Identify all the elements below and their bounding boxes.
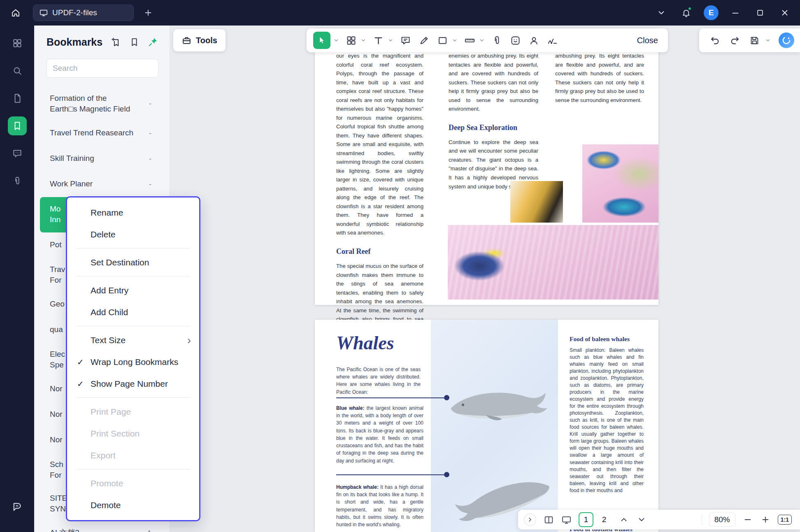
add-bookmark-button[interactable] bbox=[111, 37, 121, 47]
pdf-page-1: our eyes is the magnificent and colorful… bbox=[315, 28, 658, 305]
redo-icon bbox=[729, 35, 740, 46]
bookmark-page-badge: - bbox=[149, 153, 151, 164]
zoom-out-button[interactable] bbox=[742, 514, 753, 525]
select-tool-button[interactable] bbox=[313, 32, 330, 49]
bookmark-item[interactable]: Skill Training- bbox=[34, 146, 170, 172]
redo-button[interactable] bbox=[728, 34, 741, 47]
zoom-level-button[interactable]: 80% bbox=[709, 513, 735, 527]
cursor-icon bbox=[317, 36, 326, 45]
bookmark-page-badge: - bbox=[149, 179, 151, 190]
comments-panel-button[interactable] bbox=[8, 144, 27, 163]
notifications-button[interactable] bbox=[678, 5, 694, 21]
pin-button[interactable] bbox=[148, 37, 158, 47]
menu-item-show-page-number[interactable]: ✓Show Page Number bbox=[67, 373, 199, 395]
zoom-in-button[interactable] bbox=[760, 514, 771, 525]
slideshow-button[interactable] bbox=[561, 514, 572, 525]
menu-item-delete[interactable]: Delete bbox=[67, 223, 199, 245]
tabs-dropdown-button[interactable] bbox=[653, 5, 669, 21]
menu-item-demote[interactable]: Demote bbox=[67, 494, 199, 516]
menu-item-set-destination[interactable]: Set Destination bbox=[67, 251, 199, 273]
menu-item-wrap-long-bookmarks[interactable]: ✓Wrap Long Bookmarks bbox=[67, 351, 199, 373]
home-button[interactable] bbox=[7, 5, 24, 21]
new-tab-button[interactable] bbox=[141, 6, 155, 20]
minimize-button[interactable] bbox=[728, 5, 743, 21]
menu-item-text-size[interactable]: Text Size› bbox=[67, 329, 199, 351]
bookmarks-search-input[interactable] bbox=[47, 59, 158, 78]
shape-tool-button[interactable] bbox=[436, 34, 449, 47]
menu-item-rename[interactable]: Rename bbox=[67, 202, 199, 223]
undo-button[interactable] bbox=[708, 34, 721, 47]
expand-nav-button[interactable] bbox=[524, 513, 536, 526]
chevron-down-icon bbox=[657, 8, 666, 17]
attachment-icon bbox=[491, 35, 502, 46]
pages-panel-button[interactable] bbox=[8, 89, 27, 108]
save-button[interactable] bbox=[748, 34, 761, 47]
bookmark-page-badge: - bbox=[149, 128, 151, 139]
menu-separator bbox=[76, 397, 190, 398]
spread-view-button[interactable] bbox=[543, 514, 554, 525]
clownfish-photo bbox=[510, 181, 563, 223]
maximize-button[interactable] bbox=[752, 5, 768, 21]
page-number-button[interactable]: 1 bbox=[579, 512, 593, 527]
deep-sea-heading: Deep Sea Exploration bbox=[449, 122, 538, 134]
attach-tool-button[interactable] bbox=[490, 34, 503, 47]
monitor-display-icon bbox=[561, 515, 572, 525]
comment-bubble-icon bbox=[400, 35, 411, 46]
ai-assistant-button[interactable] bbox=[779, 33, 794, 48]
stamp-avatar-tool-button[interactable] bbox=[527, 34, 540, 47]
bookmark-item[interactable]: Travel Trend Reasearch- bbox=[34, 121, 170, 146]
bookmark-item[interactable]: Formation of theEarth□s Magnetic Field- bbox=[34, 87, 170, 121]
measure-tool-chevron-icon[interactable] bbox=[479, 37, 485, 43]
bookmark-label: AI 文档3 bbox=[50, 527, 151, 532]
ai-assistant-icon bbox=[781, 35, 791, 45]
menu-item-label: Wrap Long Bookmarks bbox=[91, 357, 178, 367]
next-page-button[interactable] bbox=[636, 514, 647, 525]
close-toolbar-button[interactable]: Close bbox=[634, 33, 661, 48]
apps-grid-button[interactable] bbox=[8, 34, 27, 53]
search-panel-button[interactable] bbox=[8, 61, 27, 80]
bookmark-label: Travel Trend Reasearch bbox=[50, 128, 151, 138]
highlighter-tool-button[interactable] bbox=[417, 34, 430, 47]
baleen-food-text: Small plankton: Baleen whales such as bl… bbox=[570, 347, 644, 494]
page-edit-tool-button[interactable] bbox=[344, 34, 358, 47]
humpback-whale-block: Humpback whale: It has a high dorsal fin… bbox=[336, 483, 423, 528]
attachments-panel-button[interactable] bbox=[8, 172, 27, 190]
bookmark-page-badge: - bbox=[149, 98, 151, 109]
updf-logo-icon bbox=[12, 502, 23, 513]
text-tool-chevron-icon[interactable] bbox=[388, 37, 393, 43]
close-window-button[interactable] bbox=[777, 5, 793, 21]
bookmark-item[interactable]: AI 文档31 bbox=[34, 520, 170, 532]
coral-reef-photo bbox=[448, 225, 658, 300]
comment-tool-button[interactable] bbox=[399, 34, 412, 47]
annotation-toolbar: Close bbox=[307, 28, 668, 52]
actual-size-button[interactable]: 1:1 bbox=[778, 515, 792, 525]
bookmarks-panel-button[interactable] bbox=[8, 116, 27, 135]
menu-item-add-entry[interactable]: Add Entry bbox=[67, 279, 199, 301]
pdf-page-2: Whales The Pacific Ocean is one of the s… bbox=[315, 320, 658, 532]
page-number-button[interactable]: 2 bbox=[597, 512, 612, 527]
measure-tool-button[interactable] bbox=[463, 34, 476, 47]
document-tab[interactable]: UPDF-2-files bbox=[33, 5, 134, 21]
window-titlebar: UPDF-2-files E bbox=[0, 0, 800, 26]
sticker-tool-button[interactable] bbox=[509, 34, 522, 47]
select-tool-chevron-icon[interactable] bbox=[333, 37, 339, 43]
save-chevron-icon[interactable] bbox=[765, 37, 771, 43]
signature-tool-button[interactable] bbox=[546, 34, 559, 47]
previous-page-button[interactable] bbox=[619, 514, 629, 525]
updf-logo-button[interactable] bbox=[8, 498, 27, 517]
account-avatar[interactable]: E bbox=[704, 5, 719, 20]
page-edit-chevron-icon[interactable] bbox=[360, 37, 366, 43]
shape-tool-chevron-icon[interactable] bbox=[452, 37, 458, 43]
text-tool-button[interactable] bbox=[372, 34, 385, 47]
apps-grid-icon bbox=[12, 38, 23, 49]
spread-view-icon bbox=[544, 515, 554, 525]
bookmark-item[interactable]: Work Planer- bbox=[34, 172, 170, 197]
bookmark-outline-button[interactable] bbox=[129, 37, 140, 47]
menu-item-label: Text Size bbox=[91, 335, 126, 345]
tools-button[interactable]: Tools bbox=[173, 29, 226, 51]
menu-item-add-child[interactable]: Add Child bbox=[67, 301, 199, 323]
bookmark-page-badge: 1 bbox=[147, 528, 151, 532]
menu-item-label: Add Entry bbox=[91, 286, 128, 295]
document-icon bbox=[12, 93, 23, 104]
whales-intro: The Pacific Ocean is one of the seas whe… bbox=[336, 366, 421, 396]
